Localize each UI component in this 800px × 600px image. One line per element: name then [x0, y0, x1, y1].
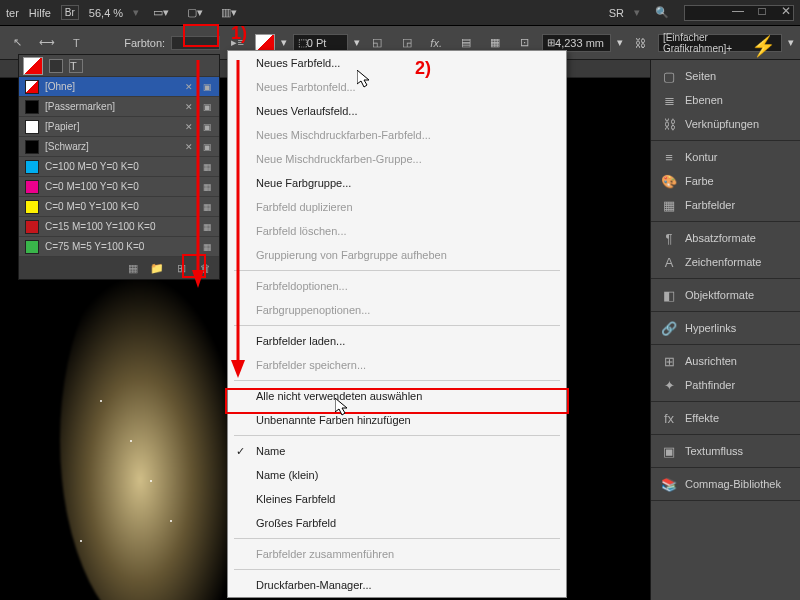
swatch-type-icon [183, 161, 195, 173]
gap-icon[interactable]: ⟷ [35, 31, 58, 55]
menu-item: Farbfelder zusammenführen [228, 542, 566, 566]
minimize-button[interactable]: — [730, 4, 746, 18]
menu-item: Neues Farbtonfeld... [228, 75, 566, 99]
swatch-row[interactable]: [Passermarken] ✕ ▣ [19, 97, 219, 117]
bridge-button[interactable]: Br [61, 5, 79, 20]
menu-item[interactable]: Name (klein) [228, 463, 566, 487]
panel-tab[interactable]: ◧Objektformate [651, 283, 800, 307]
panel-tab[interactable]: ▣Textumfluss [651, 439, 800, 463]
flash-icon: ⚡ [751, 34, 776, 58]
stroke-proxy[interactable] [49, 59, 63, 73]
panel-tab[interactable]: ≣Ebenen [651, 88, 800, 112]
panel-icon: ✦ [661, 377, 677, 393]
view-icon[interactable]: ▭▾ [149, 1, 173, 25]
swatch-type-icon: ✕ [183, 141, 195, 153]
panel-tab[interactable]: ¶Absatzformate [651, 226, 800, 250]
menu-item: Farbfeld löschen... [228, 219, 566, 243]
swatch-type-icon [183, 201, 195, 213]
swatch-mode-icon: ▣ [201, 121, 213, 133]
annotation-box-trash [182, 254, 206, 278]
menu-help[interactable]: Hilfe [29, 7, 51, 19]
menu-item[interactable]: Neues Verlaufsfeld... [228, 99, 566, 123]
swatch-name: C=75 M=5 Y=100 K=0 [45, 241, 177, 252]
panel-tab[interactable]: ✦Pathfinder [651, 373, 800, 397]
window-controls: — □ ✕ [730, 4, 794, 18]
swatch-row[interactable]: C=0 M=0 Y=100 K=0 ▦ [19, 197, 219, 217]
panel-tab[interactable]: ⊞Ausrichten [651, 349, 800, 373]
zoom-level[interactable]: 56,4 % [89, 7, 123, 19]
panel-tab[interactable]: 🔗Hyperlinks [651, 316, 800, 340]
swatch-chip [25, 120, 39, 134]
menu-item[interactable]: Neues Farbfeld... [228, 51, 566, 75]
panel-label: Seiten [685, 70, 716, 82]
close-button[interactable]: ✕ [778, 4, 794, 18]
menubar: ter Hilfe Br 56,4 % ▾ ▭▾ ▢▾ ▥▾ SR ▾ 🔍 [0, 0, 800, 26]
swatch-row[interactable]: [Schwarz] ✕ ▣ [19, 137, 219, 157]
new-group-icon[interactable]: 📁 [149, 260, 165, 276]
menu-item[interactable]: Neue Farbgruppe... [228, 171, 566, 195]
workspace-label[interactable]: SR [609, 7, 624, 19]
panel-icon: 🔗 [661, 320, 677, 336]
menu-item[interactable]: Farbfelder laden... [228, 329, 566, 353]
stroke-weight[interactable]: ⬚ 0 Pt [293, 34, 348, 52]
mm-field[interactable]: ⊞ 4,233 mm [542, 34, 610, 52]
type-icon[interactable]: T [65, 31, 88, 55]
annotation-label-1: 1) [231, 23, 247, 44]
swatch-mode-icon: ▦ [201, 181, 213, 193]
panel-tab[interactable]: AZeichenformate [651, 250, 800, 274]
menu-item[interactable]: Name [228, 439, 566, 463]
panel-tab[interactable]: ▢Seiten [651, 64, 800, 88]
menu-item[interactable]: Druckfarben-Manager... [228, 573, 566, 597]
selection-icon[interactable]: ↖ [6, 31, 29, 55]
swatch-type-icon: ✕ [183, 101, 195, 113]
swatch-chip [25, 180, 39, 194]
panel-icon: ◧ [661, 287, 677, 303]
menu-item: Farbfelder speichern... [228, 353, 566, 377]
link-icon[interactable]: ⛓ [629, 31, 652, 55]
swatch-chip [25, 100, 39, 114]
swatch-type-icon [183, 241, 195, 253]
swatch-row[interactable]: C=100 M=0 Y=0 K=0 ▦ [19, 157, 219, 177]
swatch-name: [Passermarken] [45, 101, 177, 112]
swatch-row[interactable]: C=15 M=100 Y=100 K=0 ▦ [19, 217, 219, 237]
panel-tab[interactable]: ▦Farbfelder [651, 193, 800, 217]
show-all-icon[interactable]: ▦ [125, 260, 141, 276]
swatch-type-icon [183, 181, 195, 193]
swatch-row[interactable]: C=0 M=100 Y=0 K=0 ▦ [19, 177, 219, 197]
swatch-type-icon: ✕ [183, 81, 195, 93]
panel-tab[interactable]: ≡Kontur [651, 145, 800, 169]
panel-label: Verknüpfungen [685, 118, 759, 130]
panel-tab[interactable]: 🎨Farbe [651, 169, 800, 193]
text-proxy[interactable]: T [69, 59, 83, 73]
swatch-name: C=0 M=100 Y=0 K=0 [45, 181, 177, 192]
swatch-chip [25, 240, 39, 254]
panel-icon: ≡ [661, 149, 677, 165]
fill-proxy[interactable] [23, 57, 43, 75]
swatch-mode-icon: ▦ [201, 221, 213, 233]
swatch-type-icon [183, 221, 195, 233]
swatch-row[interactable]: [Ohne] ✕ ▣ [19, 77, 219, 97]
menu-item: Farbgruppenoptionen... [228, 298, 566, 322]
fill-swatch[interactable] [255, 34, 275, 52]
panel-icon: ▣ [661, 443, 677, 459]
swatch-chip [25, 200, 39, 214]
menu-item[interactable]: Kleines Farbfeld [228, 487, 566, 511]
swatch-mode-icon: ▣ [201, 101, 213, 113]
panel-icon: ⛓ [661, 116, 677, 132]
panel-tab[interactable]: ⛓Verknüpfungen [651, 112, 800, 136]
swatch-row[interactable]: [Papier] ✕ ▣ [19, 117, 219, 137]
panel-label: Absatzformate [685, 232, 756, 244]
panel-tab[interactable]: 📚Commag-Bibliothek [651, 472, 800, 496]
panel-label: Zeichenformate [685, 256, 761, 268]
panel-icon: ⊞ [661, 353, 677, 369]
panel-label: Pathfinder [685, 379, 735, 391]
maximize-button[interactable]: □ [754, 4, 770, 18]
screen-icon[interactable]: ▢▾ [183, 1, 207, 25]
menu-item[interactable]: Großes Farbfeld [228, 511, 566, 535]
arrange-icon[interactable]: ▥▾ [217, 1, 241, 25]
panel-tab[interactable]: fxEffekte [651, 406, 800, 430]
swatches-flyout-menu: Neues Farbfeld...Neues Farbtonfeld...Neu… [227, 50, 567, 598]
swatch-name: C=0 M=0 Y=100 K=0 [45, 201, 177, 212]
menu-item[interactable]: ter [6, 7, 19, 19]
panel-label: Commag-Bibliothek [685, 478, 781, 490]
